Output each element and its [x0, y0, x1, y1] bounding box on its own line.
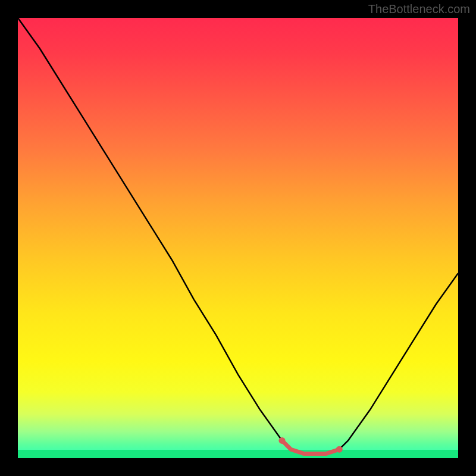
watermark-text: TheBottleneck.com — [368, 2, 470, 16]
highlight-endpoint-dot — [336, 446, 343, 453]
chart-curve-svg — [18, 18, 458, 458]
bottleneck-curve-line — [18, 18, 458, 454]
optimal-range-highlight — [282, 440, 339, 453]
highlight-endpoint-dot — [279, 437, 286, 444]
chart-plot-area — [18, 18, 458, 458]
